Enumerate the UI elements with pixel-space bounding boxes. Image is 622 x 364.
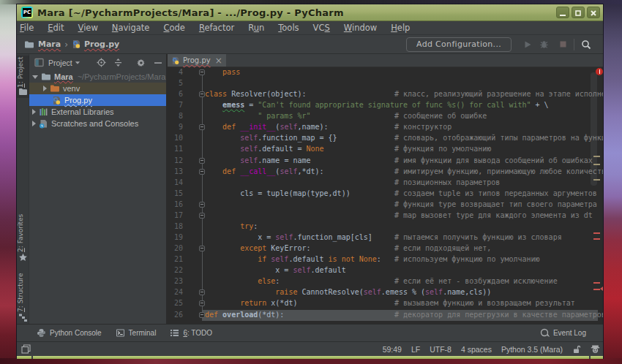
error-stripe-mark[interactable] [593, 179, 600, 181]
error-count-badge[interactable] [596, 68, 603, 75]
menu-vcs[interactable]: VCS [306, 23, 337, 33]
debug-icon[interactable] [539, 39, 549, 49]
code-line-17[interactable]: 17 # map вызовет type для каждого элемен… [168, 211, 603, 221]
stop-icon[interactable] [559, 40, 567, 48]
python-interpreter[interactable]: Python 3.5 (Mara) [501, 345, 563, 354]
code-line-19[interactable]: 19 x = self.function_map[cls] # пытаемся… [168, 232, 603, 243]
tree-item-venv[interactable]: venv [29, 83, 166, 94]
minimize-button[interactable] [556, 7, 569, 18]
tree-item-mara[interactable]: Mara ~/PycharmProjects/Mara [29, 71, 166, 83]
menu-code[interactable]: Code [157, 23, 192, 33]
lock-icon[interactable] [572, 345, 581, 354]
fold-marker-icon[interactable] [199, 202, 205, 208]
fold-marker-icon[interactable] [199, 289, 205, 295]
highlighting-level-icon[interactable] [591, 344, 600, 354]
code-line-14[interactable]: 14 # позиционных параметров [168, 178, 603, 189]
fold-marker-icon[interactable] [199, 300, 205, 306]
code-line-11[interactable]: 11 self.default = None # функция по умол… [168, 144, 603, 155]
menu-window[interactable]: Window [337, 23, 383, 33]
error-stripe-mark[interactable] [593, 164, 600, 165]
menu-file[interactable]: File [17, 23, 41, 33]
favorites-stripe-icon[interactable] [18, 253, 28, 262]
stripe-project-button[interactable]: 1: Project [17, 58, 29, 88]
fold-marker-icon[interactable] [199, 158, 205, 164]
file-encoding[interactable]: UTF-8 [430, 345, 451, 354]
tool-window-switcher-icon[interactable] [21, 344, 31, 354]
toolwindow-terminal[interactable]: Terminal [116, 328, 157, 338]
code-line-5[interactable]: 5 [168, 78, 603, 89]
tab-close-icon[interactable]: × [215, 57, 222, 64]
code-line-15[interactable]: 15 cls = tuple(map(type,dt)) # создаем t… [168, 189, 603, 200]
breadcrumb-file[interactable]: Prog.py [84, 39, 119, 49]
fold-marker-icon[interactable] [199, 312, 205, 318]
tree-collapsed-arrow[interactable] [32, 121, 36, 126]
error-stripe-mark[interactable] [593, 238, 600, 240]
run-icon[interactable] [523, 40, 532, 49]
code-line-23[interactable]: 23 else: # если её нет - возбуждаем искл… [168, 276, 603, 287]
stripe-favorites-button[interactable]: 2: Favorites [17, 219, 29, 252]
fold-marker-icon[interactable] [199, 169, 205, 175]
maximize-button[interactable] [572, 7, 585, 18]
code-line-26[interactable]: 26def overload(*dt): # декоратор для пер… [168, 310, 603, 321]
code-line-12[interactable]: 12 self.name = name # имя функции для вы… [168, 156, 603, 167]
title-bar[interactable]: PC Mara [~/PycharmProjects/Mara] - .../P… [17, 4, 603, 21]
close-button[interactable] [587, 7, 600, 18]
code-line-22[interactable]: 22 x = self.default [168, 265, 603, 276]
toolwindow-python-console[interactable]: Python Console [37, 328, 102, 338]
code-line-16[interactable]: 16 # функция type возвращает тип своего … [168, 200, 603, 211]
code-line-24[interactable]: 24 raise CannotResolve(self.emess % (sel… [168, 287, 603, 298]
code-line-7[interactable]: 7 emess = "Can't found appropriate signa… [168, 100, 603, 111]
stripe-structure-button[interactable]: 7: Structure [17, 276, 29, 312]
error-stripe-mark[interactable] [593, 282, 600, 284]
menu-view[interactable]: View [71, 23, 105, 33]
code-line-8[interactable]: 8 " params %r" # сообщение об ошибке [168, 111, 603, 122]
structure-stripe-icon[interactable] [18, 313, 28, 322]
tree-item-scratches-and-consoles[interactable]: Scratches and Consoles [29, 118, 166, 129]
fold-marker-icon[interactable] [199, 69, 205, 75]
error-stripe-mark[interactable] [593, 232, 600, 234]
fold-marker-icon[interactable] [199, 124, 205, 130]
code-editor[interactable]: 4 pass56class Resolver(object): # класс,… [168, 67, 603, 324]
line-separator[interactable]: LF [411, 345, 420, 354]
project-stripe-icon[interactable] [18, 87, 28, 96]
chevron-down-icon[interactable] [75, 61, 80, 65]
tree-collapsed-arrow[interactable] [43, 86, 47, 91]
code-line-20[interactable]: 20 except KeyError: # если подходящей не… [168, 243, 603, 254]
scrollbar-thumb[interactable] [591, 72, 597, 186]
tree-item-prog-py[interactable]: Prog.py [29, 94, 166, 106]
code-line-6[interactable]: 6class Resolver(object): # класс, реализ… [168, 89, 603, 100]
hide-panel-icon[interactable] [154, 58, 162, 67]
tab-prog-py[interactable]: Prog.py × [168, 54, 226, 67]
code-line-21[interactable]: 21 if self.default is not None: # исполь… [168, 254, 603, 265]
menu-help[interactable]: Help [384, 23, 417, 33]
code-line-4[interactable]: 4 pass [168, 67, 603, 78]
menu-navigate[interactable]: Navigate [105, 23, 157, 33]
menu-run[interactable]: Run [241, 23, 271, 33]
add-configuration-button[interactable]: Add Configuration... [406, 37, 512, 52]
code-line-25[interactable]: 25 return x(*dt) # вызываем функцию и во… [168, 298, 603, 309]
code-line-13[interactable]: 13 def __call__(self,*dt): # имитируем ф… [168, 167, 603, 178]
caret-position[interactable]: 59:49 [383, 345, 402, 354]
menu-tools[interactable]: Tools [271, 23, 306, 33]
menu-edit[interactable]: Edit [41, 23, 71, 33]
fold-marker-icon[interactable] [199, 213, 205, 219]
code-line-10[interactable]: 10 self.function_map = {} # словарь, ото… [168, 133, 603, 144]
locate-file-icon[interactable] [97, 58, 106, 67]
fold-marker-icon[interactable] [199, 246, 205, 251]
event-log-button[interactable]: Event Log [540, 328, 586, 338]
error-stripe-mark[interactable] [593, 156, 600, 157]
collapse-all-icon[interactable] [113, 58, 123, 67]
code-line-18[interactable]: 18 try: [168, 221, 603, 232]
tree-item-external-libraries[interactable]: External Libraries [29, 106, 166, 118]
code-line-9[interactable]: 9 def __init__(self,name): # конструктор [168, 122, 603, 133]
indent-setting[interactable]: 4 spaces [461, 345, 492, 354]
gear-icon[interactable] [136, 58, 146, 68]
error-stripe-mark[interactable] [593, 289, 600, 290]
project-panel-title[interactable]: Project [48, 58, 72, 67]
tree-expanded-arrow[interactable] [32, 75, 38, 79]
menu-refactor[interactable]: Refactor [192, 23, 241, 33]
search-everywhere-icon[interactable] [581, 39, 591, 50]
breadcrumb-project[interactable]: Mara [38, 39, 61, 49]
fold-marker-icon[interactable] [199, 91, 205, 97]
toolwindow-6-todo[interactable]: 6: TODO [170, 328, 212, 338]
